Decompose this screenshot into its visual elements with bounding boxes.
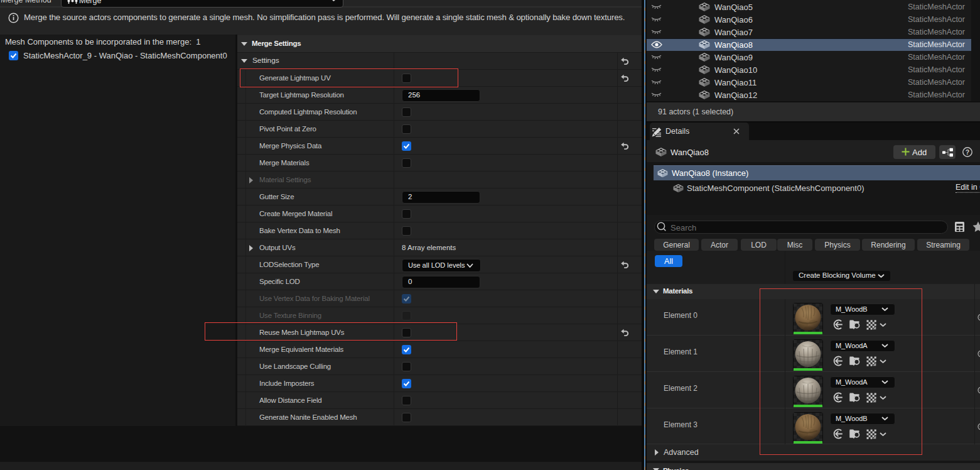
svg-text:?: ?	[966, 148, 969, 156]
